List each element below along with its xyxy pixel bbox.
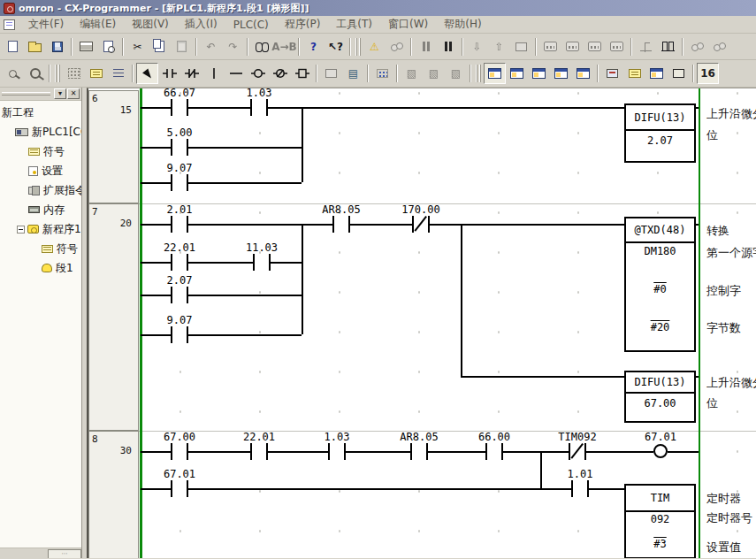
watch-window-button[interactable] — [528, 63, 550, 84]
open-contact-67.00[interactable] — [171, 443, 188, 460]
closed-contact-170.00[interactable] — [412, 216, 430, 233]
redo-button[interactable]: ↷ — [222, 36, 244, 57]
instruction-block-TXD48[interactable]: @TXD(48)DM180#0#20 — [624, 217, 696, 352]
menu-3[interactable]: 插入(I) — [177, 15, 225, 34]
tree-item-program1-symbols[interactable]: 符号 — [0, 239, 81, 258]
print-preview-button[interactable] — [97, 36, 119, 57]
debug-mode-button[interactable] — [561, 36, 584, 57]
differential-monitor-button[interactable] — [635, 36, 657, 57]
local-window-button[interactable] — [572, 63, 594, 84]
open-contact-5.00[interactable] — [171, 139, 188, 156]
menu-1[interactable]: 编辑(E) — [72, 15, 124, 34]
closed-contact-tool-button[interactable] — [180, 63, 202, 84]
drag-grip[interactable] — [2, 92, 50, 96]
hex-monitor-button[interactable]: 16 — [697, 63, 719, 84]
upload-button[interactable]: ⇧ — [488, 36, 510, 57]
context-help-button[interactable]: ↖? — [325, 36, 347, 57]
dialog-view-button[interactable] — [668, 63, 690, 84]
pause-button[interactable] — [437, 36, 459, 57]
copy-button[interactable] — [149, 36, 171, 57]
open-contact-tool-button[interactable] — [158, 63, 180, 84]
show-comments-button[interactable] — [85, 63, 107, 84]
closed-contact-TIM092[interactable] — [569, 443, 586, 460]
instruction-block-TIM[interactable]: TIM092#3 — [624, 484, 696, 558]
document-icon[interactable] — [4, 19, 15, 30]
open-contact-67.01[interactable] — [171, 480, 188, 497]
output-coil-67.01[interactable] — [653, 444, 668, 458]
tree-item-plc[interactable]: 新PLC1[CQM1] — [0, 122, 81, 142]
rung-annotation-button[interactable] — [107, 63, 129, 84]
toolbar-handle[interactable] — [355, 38, 362, 56]
close-workspace-button[interactable]: ✕ — [67, 88, 80, 99]
monitor-mode-button[interactable] — [584, 36, 606, 57]
output-window-button[interactable] — [506, 63, 528, 84]
io-comment-grid-button[interactable] — [371, 63, 393, 84]
open-contact-22.01[interactable] — [250, 443, 268, 460]
pause-monitor-button[interactable] — [415, 36, 437, 57]
force-set-button[interactable] — [686, 36, 708, 57]
open-contact-AR8.05[interactable] — [332, 216, 350, 233]
tree-item-memory[interactable]: 内存 — [0, 200, 81, 219]
print-button[interactable] — [75, 36, 97, 57]
tree-item-settings[interactable]: 设置 — [0, 161, 81, 180]
find-button[interactable] — [251, 36, 273, 57]
rung-margin-7[interactable]: 720 — [88, 203, 139, 431]
online-work-button[interactable] — [386, 36, 408, 57]
vertical-line-tool-button[interactable] — [202, 63, 225, 84]
compile-button[interactable]: ⚠ — [363, 36, 386, 57]
menu-6[interactable]: 工具(T) — [328, 15, 380, 34]
dock-menu-button[interactable]: ▾ — [54, 88, 66, 99]
open-contact-1.01[interactable] — [571, 480, 589, 497]
rung-margin-8[interactable]: 830 — [88, 431, 139, 558]
ladder-canvas[interactable]: 61572083066.071.035.009.072.01AR8.05170.… — [88, 88, 756, 558]
help-button[interactable]: ? — [302, 36, 325, 57]
cut-button[interactable]: ✂ — [126, 36, 149, 57]
open-contact-9.07[interactable] — [171, 174, 188, 191]
download-button[interactable]: ⇩ — [466, 36, 488, 57]
expander-minus-icon[interactable] — [17, 226, 25, 234]
tree-item-section1[interactable]: 段1 — [0, 258, 81, 278]
instruction-block-DIFU13[interactable]: DIFU(13)2.07 — [624, 103, 696, 163]
symbol-verify-button[interactable]: ▧ — [445, 63, 467, 84]
open-contact-66.00[interactable] — [485, 443, 503, 460]
new-button[interactable] — [2, 36, 24, 57]
undo-button[interactable]: ↶ — [200, 36, 222, 57]
tree-item-project[interactable]: 新工程 — [0, 103, 81, 122]
menu-5[interactable]: 程序(P) — [277, 15, 329, 34]
zoom-out-button[interactable] — [2, 63, 24, 84]
tree-item-expansion-instructions[interactable]: 扩展指令 — [0, 180, 81, 200]
workspace-window-button[interactable] — [484, 63, 506, 84]
menu-2[interactable]: 视图(V) — [124, 15, 177, 34]
paste-button[interactable] — [171, 36, 193, 57]
grid-toggle-button[interactable] — [63, 63, 85, 84]
toolbar-handle[interactable] — [55, 65, 61, 82]
open-contact-AR8.05[interactable] — [410, 443, 428, 460]
save-button[interactable] — [46, 36, 68, 57]
stack-view-button[interactable]: ▤ — [342, 63, 364, 84]
program-mode-button[interactable] — [539, 36, 561, 57]
open-contact-9.07[interactable] — [171, 326, 188, 343]
select-tool-button[interactable] — [136, 63, 158, 84]
horizontal-line-tool-button[interactable] — [225, 63, 247, 84]
compare-button[interactable] — [510, 36, 532, 57]
tree-item-symbols[interactable]: 符号 — [0, 142, 81, 161]
time-chart-monitor-button[interactable] — [657, 36, 679, 57]
rung-margin-6[interactable]: 615 — [88, 90, 139, 203]
run-mode-button[interactable] — [606, 36, 628, 57]
menu-0[interactable]: 文件(F) — [20, 15, 72, 34]
instruction-tool-button[interactable] — [291, 63, 313, 84]
edit-mode-button[interactable] — [320, 63, 342, 84]
menu-7[interactable]: 窗口(W) — [380, 15, 436, 34]
cross-reference-button[interactable] — [550, 63, 572, 84]
open-contact-2.01[interactable] — [171, 216, 188, 233]
monitor-view-button[interactable] — [601, 63, 623, 84]
workspace-tab[interactable]: ⋯ — [48, 549, 81, 558]
menu-8[interactable]: 帮助(H) — [436, 15, 489, 34]
closed-coil-tool-button[interactable] — [269, 63, 291, 84]
force-release-button[interactable] — [708, 36, 730, 57]
open-contact-22.01[interactable] — [171, 254, 188, 271]
open-contact-1.03[interactable] — [250, 99, 268, 116]
instruction-block-DIFU13[interactable]: DIFU(13)67.00 — [624, 371, 696, 423]
open-contact-66.07[interactable] — [171, 99, 188, 116]
symbol-copy-button[interactable]: ▧ — [401, 63, 423, 84]
